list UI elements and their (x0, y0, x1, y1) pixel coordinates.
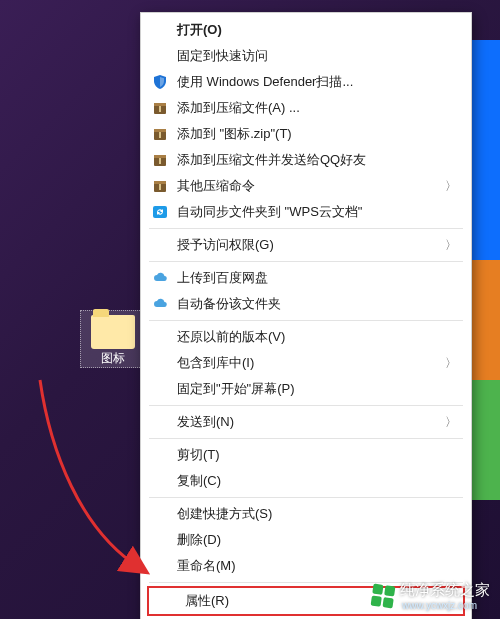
chevron-right-icon: 〉 (445, 414, 457, 431)
menu-separator (149, 497, 463, 498)
folder-icon (91, 315, 135, 349)
menu-grant-access[interactable]: 授予访问权限(G) 〉 (141, 232, 471, 258)
menu-open[interactable]: 打开(O) (141, 17, 471, 43)
svg-rect-11 (159, 184, 161, 190)
menu-restore-previous[interactable]: 还原以前的版本(V) (141, 324, 471, 350)
menu-upload-baidu[interactable]: 上传到百度网盘 (141, 265, 471, 291)
sync-icon (151, 203, 169, 221)
desktop: 图标 打开(O) 固定到快速访问 使用 Windows Defender扫描..… (0, 0, 500, 619)
svg-rect-5 (159, 132, 161, 138)
menu-defender-scan[interactable]: 使用 Windows Defender扫描... (141, 69, 471, 95)
svg-rect-10 (154, 181, 166, 184)
desktop-folder-selected[interactable]: 图标 (80, 310, 146, 368)
archive-icon (151, 99, 169, 117)
menu-cut[interactable]: 剪切(T) (141, 442, 471, 468)
watermark-url: www.ycwxjz.com (402, 600, 490, 611)
accent-strip-green (472, 380, 500, 500)
menu-separator (149, 320, 463, 321)
menu-rename[interactable]: 重命名(M) (141, 553, 471, 579)
cloud-icon (151, 269, 169, 287)
menu-add-archive-qq[interactable]: 添加到压缩文件并发送给QQ好友 (141, 147, 471, 173)
menu-separator (149, 228, 463, 229)
menu-include-library[interactable]: 包含到库中(I) 〉 (141, 350, 471, 376)
svg-rect-2 (159, 106, 161, 112)
archive-icon (151, 125, 169, 143)
menu-copy[interactable]: 复制(C) (141, 468, 471, 494)
cloud-icon (151, 295, 169, 313)
folder-label: 图标 (83, 351, 143, 365)
menu-wps-sync[interactable]: 自动同步文件夹到 "WPS云文档" (141, 199, 471, 225)
menu-pin-quick-access[interactable]: 固定到快速访问 (141, 43, 471, 69)
svg-rect-1 (154, 103, 166, 106)
svg-rect-7 (154, 155, 166, 158)
menu-create-shortcut[interactable]: 创建快捷方式(S) (141, 501, 471, 527)
menu-add-archive[interactable]: 添加到压缩文件(A) ... (141, 95, 471, 121)
archive-icon (151, 151, 169, 169)
menu-auto-backup[interactable]: 自动备份该文件夹 (141, 291, 471, 317)
archive-icon (151, 177, 169, 195)
context-menu: 打开(O) 固定到快速访问 使用 Windows Defender扫描... 添… (140, 12, 472, 619)
menu-separator (149, 261, 463, 262)
menu-separator (149, 405, 463, 406)
menu-send-to[interactable]: 发送到(N) 〉 (141, 409, 471, 435)
menu-separator (149, 438, 463, 439)
watermark-logo-icon (371, 584, 396, 609)
menu-other-compress[interactable]: 其他压缩命令 〉 (141, 173, 471, 199)
watermark-text: 纯净系统之家 (400, 581, 490, 600)
chevron-right-icon: 〉 (445, 178, 457, 195)
shield-icon (151, 73, 169, 91)
accent-strip-orange (472, 260, 500, 380)
menu-pin-start[interactable]: 固定到"开始"屏幕(P) (141, 376, 471, 402)
chevron-right-icon: 〉 (445, 355, 457, 372)
svg-rect-8 (159, 158, 161, 164)
menu-delete[interactable]: 删除(D) (141, 527, 471, 553)
svg-rect-4 (154, 129, 166, 132)
watermark: 纯净系统之家 www.ycwxjz.com (372, 581, 490, 611)
chevron-right-icon: 〉 (445, 237, 457, 254)
menu-add-to-zip[interactable]: 添加到 "图标.zip"(T) (141, 121, 471, 147)
accent-strip-blue (472, 40, 500, 260)
